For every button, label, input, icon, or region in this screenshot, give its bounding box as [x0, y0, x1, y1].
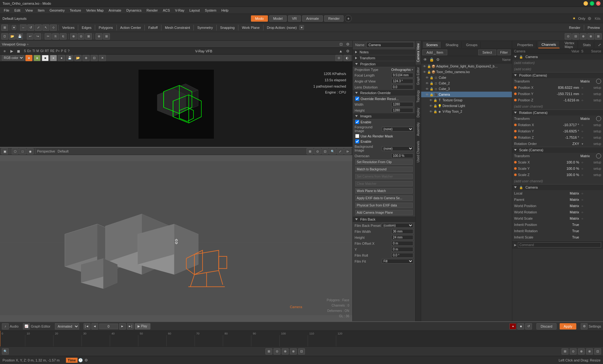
audio-btn[interactable]: ♪ [2, 323, 9, 329]
tab-properties[interactable]: Properties [514, 42, 536, 48]
vp-layout-btn[interactable]: ▣ [1, 148, 8, 154]
action-center-label[interactable]: Action Center [118, 26, 143, 29]
pivot-btn[interactable]: ⊛ [95, 33, 102, 40]
position-section-header[interactable]: Position (Camera) [512, 72, 603, 78]
angle-view-input[interactable] [391, 79, 413, 83]
right-tb-btn3[interactable]: ⊕ [580, 33, 587, 40]
images-section[interactable]: Images [353, 113, 415, 119]
filter-button[interactable]: Filter [497, 50, 511, 55]
add-item-button[interactable]: Add _ Item [422, 50, 447, 55]
right-tb-btn5[interactable]: ⊞ [595, 33, 602, 40]
bottom-search-btn[interactable]: 🔍 [2, 348, 9, 355]
vert-tab-channels[interactable]: Used Channels [416, 138, 421, 165]
vfb-settings-btn[interactable]: ⚙ [345, 48, 350, 54]
bottom-tb1[interactable]: ⊞ [265, 348, 272, 355]
height-input[interactable] [391, 108, 413, 113]
vert-tab-assembly[interactable]: Assembly [416, 120, 421, 138]
color-compare-btn[interactable]: ⊕ [83, 55, 90, 61]
scene-icon3[interactable]: ⚙ [435, 57, 441, 62]
resolution-section[interactable]: Resolution Override [353, 90, 415, 96]
discard-btn[interactable]: Discard [536, 323, 556, 329]
pos-btn[interactable]: ⊕ [70, 33, 77, 40]
focal-length-input[interactable] [391, 73, 413, 78]
rotation-section-header[interactable]: Rotation (Camera) [512, 110, 603, 115]
projection-section[interactable]: Projection [353, 61, 415, 67]
next-end-btn[interactable]: ►| [127, 323, 134, 329]
default-label[interactable]: Default [57, 149, 68, 153]
menu-dynamics[interactable]: Dynamics [124, 8, 144, 13]
mode-render[interactable]: Render [324, 15, 344, 22]
color-mode-select[interactable]: RGB color [2, 55, 24, 61]
vp-zoom-btn[interactable]: 🔍 [329, 148, 336, 154]
mode-vr[interactable]: VR [288, 15, 301, 22]
projection-type-value[interactable]: Orthographic ▾ [391, 68, 413, 72]
background-select[interactable]: (none) [382, 146, 413, 151]
scale-section-header[interactable]: Scale (Camera) [512, 147, 603, 153]
viewport-dropdown[interactable]: ▾ [12, 25, 16, 30]
bottom-right-btn3[interactable]: ⊕ [578, 348, 585, 355]
prev-start-btn[interactable]: |◄ [84, 323, 90, 329]
paste-btn[interactable]: ⎗ [60, 33, 67, 40]
vp-wire-btn[interactable]: □ [19, 148, 26, 154]
copy-btn[interactable]: ⎘ [52, 33, 59, 40]
command-input[interactable] [518, 242, 601, 248]
add-mode-button[interactable]: + [345, 15, 352, 22]
render-mask-checkbox[interactable] [355, 134, 359, 138]
bottom-tb5[interactable]: ⊡ [298, 348, 305, 355]
tab-stats[interactable]: Stats [580, 42, 594, 48]
loop-btn[interactable]: ↺ [525, 323, 532, 329]
close-button[interactable]: ✕ [596, 1, 600, 6]
tree-item-cube3[interactable]: 👁 🔒 □ Cube_3 [421, 86, 512, 92]
tree-item-cube[interactable]: 👁 🔒 □ Cube [421, 75, 512, 80]
camera-section-header[interactable]: 🔒 Camera [512, 54, 603, 60]
tree-item-dirlight[interactable]: 👁 🔒 💡 Directional Light [421, 103, 512, 109]
vert-tab-topo[interactable]: Topology [416, 88, 421, 105]
bottom-right-btn4[interactable]: ⊗ [586, 348, 593, 355]
play-btn[interactable]: ▶ Play [135, 323, 150, 329]
color-btn5[interactable]: ● [58, 55, 65, 61]
time-clock-btn[interactable]: 🕐 [78, 357, 83, 363]
menu-layout[interactable]: Layout [187, 8, 202, 13]
lock-btn-rot[interactable] [596, 116, 601, 121]
preview-label[interactable]: Preview [586, 26, 602, 29]
scene-icon2[interactable]: 🔒 [429, 57, 434, 62]
align-btn[interactable]: ⊞ [103, 33, 110, 40]
vert-tab-deploy[interactable]: Deploy [416, 105, 421, 120]
vert-tab-graph[interactable]: Graph Editor [416, 65, 421, 88]
viewport-btn[interactable]: ⊞ [1, 24, 8, 31]
film-y-input[interactable] [391, 247, 413, 252]
override-checkbox[interactable] [355, 97, 359, 101]
film-height-input[interactable] [391, 235, 413, 240]
color-btn2[interactable]: ■ [34, 55, 41, 61]
redo-btn[interactable]: ↪ [34, 33, 41, 40]
set-camera-btn[interactable]: Set Camera from Matcher [355, 174, 413, 179]
apply-btn[interactable]: Apply [560, 323, 577, 329]
right-tb-btn4[interactable]: ⊗ [587, 33, 594, 40]
bottom-tb4[interactable]: ⊗ [290, 348, 297, 355]
rec-btn[interactable]: ● [509, 323, 516, 329]
edges-label[interactable]: Edges [80, 26, 93, 29]
mesh-constraint-label[interactable]: Mesh Constraint [163, 26, 192, 29]
menu-acs[interactable]: ACS [160, 8, 173, 13]
vp-options-btn[interactable]: ⊳ [344, 148, 351, 154]
bottom-tb2[interactable]: ⊙ [274, 348, 280, 355]
film-width-input[interactable] [391, 229, 413, 234]
props-expand-btn[interactable]: ⤢ [598, 42, 601, 48]
color-load-btn[interactable]: 📂 [74, 55, 81, 61]
tab-groups[interactable]: Groups [463, 42, 481, 48]
settings-dot[interactable] [588, 17, 591, 20]
bottom-right-btn2[interactable]: ⊙ [570, 348, 577, 355]
add-camera-plane-btn[interactable]: Add Camera Image Plane [355, 210, 413, 215]
right-tb-btn1[interactable]: ⊙ [565, 33, 572, 40]
scl-btn[interactable]: ⊠ [85, 33, 92, 40]
vp-expand-btn[interactable]: ⤢ [337, 148, 344, 154]
vp-grid-btn[interactable]: ⊞ [307, 148, 313, 154]
transform-btn[interactable]: ↔ [20, 24, 27, 31]
scene-icon1[interactable]: 👁 [422, 57, 428, 62]
vfb-right-btn1[interactable]: ⊙ [335, 55, 342, 61]
menu-vray[interactable]: V-Ray [172, 8, 187, 13]
film-preset-select[interactable]: (custom) [382, 223, 413, 228]
lens-distortion-input[interactable] [391, 85, 413, 89]
bottom-tb3[interactable]: ⊕ [282, 348, 289, 355]
vp-fit-btn[interactable]: ⊡ [322, 148, 329, 154]
